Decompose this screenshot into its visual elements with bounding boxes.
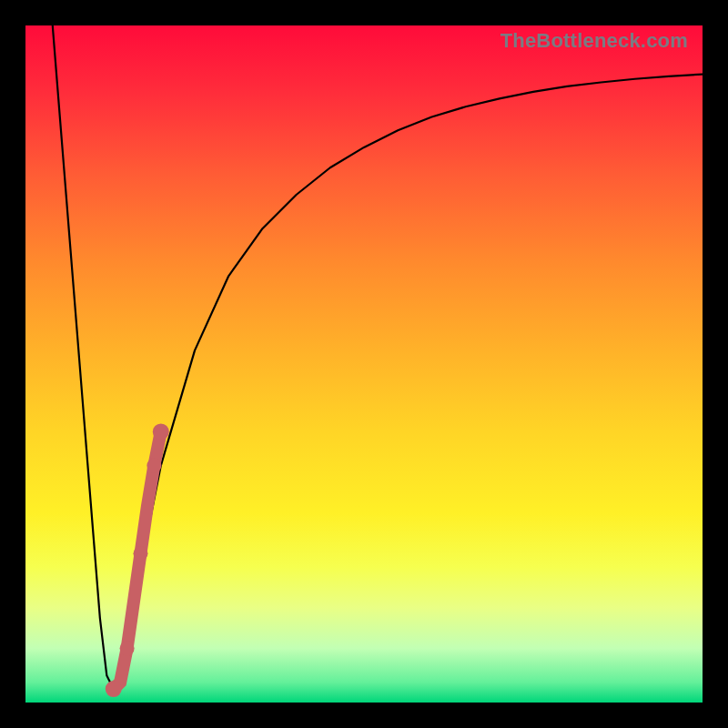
highlight-dot-2: [120, 641, 135, 655]
highlight-dot-3: [133, 546, 147, 561]
highlight-dot-end: [153, 423, 169, 440]
highlight-dot-4: [147, 459, 161, 473]
highlight-dot-start: [106, 681, 122, 697]
plot-area: TheBottleneck.com: [25, 25, 703, 703]
chart-frame: TheBottleneck.com: [0, 0, 728, 728]
bottleneck-curve: [53, 25, 703, 689]
chart-svg: [25, 25, 703, 703]
